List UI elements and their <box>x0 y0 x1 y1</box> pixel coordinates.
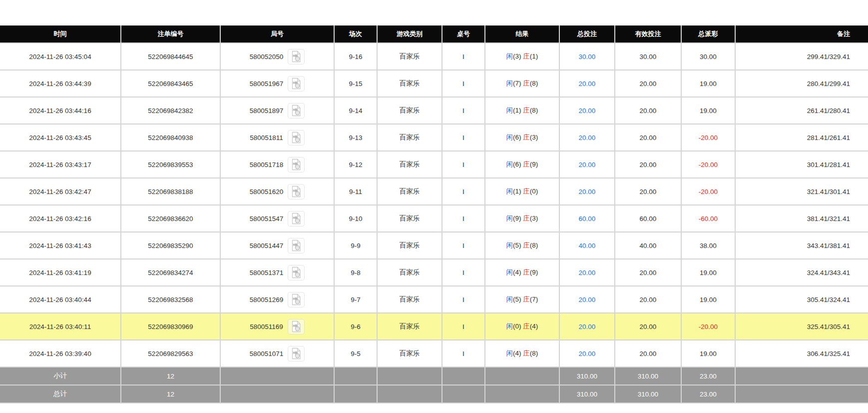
cell-session: 9-5 <box>334 340 377 367</box>
round-number: 580051811 <box>250 134 283 142</box>
video-replay-button[interactable] <box>288 319 305 334</box>
summary-total-payout: 23.00 <box>681 385 735 403</box>
cell-valid-bet: 20.00 <box>615 97 681 124</box>
video-replay-button[interactable] <box>288 184 305 200</box>
cell-game-type: 百家乐 <box>377 313 442 340</box>
video-replay-button[interactable] <box>288 157 305 172</box>
cell-round-number: 580051620 <box>220 178 334 205</box>
cell-session: 9-6 <box>334 313 377 340</box>
table-row: 2024-11-26 03:45:04 522069844645 5800520… <box>0 43 868 70</box>
col-header-total-bet: 总投注 <box>559 26 615 43</box>
cell-table-number: I <box>442 70 485 97</box>
col-header-round-number: 局号 <box>220 26 334 43</box>
video-replay-button[interactable] <box>288 346 305 362</box>
summary-empty-session <box>334 385 377 403</box>
cell-table-number: I <box>442 259 485 286</box>
cell-time: 2024-11-26 03:41:19 <box>0 259 121 286</box>
video-replay-button[interactable] <box>288 76 305 92</box>
round-number: 580051071 <box>250 350 284 358</box>
result-player-points: (5) <box>513 242 521 249</box>
summary-row: 小计 12 310.00 310.00 23.00 <box>0 367 868 385</box>
cell-time: 2024-11-26 03:45:04 <box>0 43 121 70</box>
table-row: 2024-11-26 03:43:45 522069840938 5800518… <box>0 124 868 151</box>
round-number: 580051371 <box>250 269 284 276</box>
result-player-label: 闲 <box>506 242 513 249</box>
cell-remark: 261.41/280.41 <box>735 97 868 124</box>
result-player-label: 闲 <box>506 296 513 303</box>
cell-bet-number: 522069830969 <box>121 313 220 340</box>
video-replay-button[interactable] <box>288 292 305 308</box>
cell-total-bet: 20.00 <box>559 259 615 286</box>
cell-table-number: I <box>442 151 485 178</box>
cell-total-payout: -20.00 <box>681 151 735 178</box>
cell-bet-number: 522069839553 <box>121 151 220 178</box>
video-replay-button[interactable] <box>288 130 305 146</box>
cell-round-number: 580051447 <box>220 232 334 259</box>
result-banker-label: 庄 <box>523 188 530 195</box>
round-number: 580051718 <box>250 161 284 168</box>
cell-remark: 305.41/324.41 <box>735 286 868 313</box>
summary-count: 12 <box>121 385 220 403</box>
result-player-points: (4) <box>513 268 521 276</box>
cell-valid-bet: 20.00 <box>615 340 681 367</box>
video-replay-button[interactable] <box>288 211 305 226</box>
cell-remark: 343.41/381.41 <box>735 232 868 259</box>
video-file-icon <box>290 50 302 62</box>
cell-round-number: 580051547 <box>220 205 334 232</box>
video-file-icon <box>290 240 302 252</box>
video-file-icon <box>290 104 302 116</box>
cell-valid-bet: 30.00 <box>615 43 681 70</box>
video-replay-button[interactable] <box>288 238 305 254</box>
cell-result: 闲(6) 庄(3) <box>485 124 559 151</box>
result-banker-label: 庄 <box>523 350 530 357</box>
result-banker-label: 庄 <box>523 134 530 141</box>
video-replay-button[interactable] <box>288 265 305 280</box>
cell-valid-bet: 20.00 <box>615 313 681 340</box>
cell-total-payout: 19.00 <box>681 259 735 286</box>
cell-remark: 325.41/305.41 <box>735 313 868 340</box>
cell-valid-bet: 20.00 <box>615 178 681 205</box>
cell-total-bet: 20.00 <box>559 340 615 367</box>
result-banker-points: (3) <box>530 134 538 141</box>
summary-empty-remark <box>735 367 868 385</box>
cell-bet-number: 522069832568 <box>121 286 220 313</box>
round-number: 580051620 <box>250 188 284 196</box>
cell-total-bet: 20.00 <box>559 178 615 205</box>
result-player-points: (4) <box>513 350 521 357</box>
table-row: 2024-11-26 03:43:17 522069839553 5800517… <box>0 151 868 178</box>
cell-game-type: 百家乐 <box>377 151 442 178</box>
cell-session: 9-11 <box>334 178 377 205</box>
cell-valid-bet: 40.00 <box>615 232 681 259</box>
table-row: 2024-11-26 03:40:11 522069830969 5800511… <box>0 313 868 340</box>
cell-session: 9-14 <box>334 97 377 124</box>
cell-remark: 321.41/301.41 <box>735 178 868 205</box>
table-row: 2024-11-26 03:41:43 522069835290 5800514… <box>0 232 868 259</box>
cell-time: 2024-11-26 03:41:43 <box>0 232 121 259</box>
cell-session: 9-10 <box>334 205 377 232</box>
result-player-label: 闲 <box>506 52 513 60</box>
cell-valid-bet: 20.00 <box>615 124 681 151</box>
round-number: 580051169 <box>250 323 283 330</box>
result-player-label: 闲 <box>506 322 513 330</box>
summary-row: 总计 12 310.00 310.00 23.00 <box>0 385 868 403</box>
cell-time: 2024-11-26 03:43:45 <box>0 124 121 151</box>
cell-game-type: 百家乐 <box>377 124 442 151</box>
cell-total-payout: 30.00 <box>681 43 735 70</box>
cell-round-number: 580051897 <box>220 97 334 124</box>
result-player-points: (0) <box>513 322 521 330</box>
video-replay-button[interactable] <box>288 49 305 64</box>
cell-round-number: 580051371 <box>220 259 334 286</box>
cell-game-type: 百家乐 <box>377 178 442 205</box>
cell-valid-bet: 60.00 <box>615 205 681 232</box>
result-player-points: (9) <box>513 214 521 222</box>
video-replay-button[interactable] <box>288 103 305 118</box>
cell-session: 9-12 <box>334 151 377 178</box>
result-banker-points: (8) <box>530 106 538 114</box>
cell-valid-bet: 20.00 <box>615 70 681 97</box>
cell-result: 闲(6) 庄(9) <box>485 151 559 178</box>
round-number: 580051447 <box>250 242 284 250</box>
cell-time: 2024-11-26 03:40:11 <box>0 313 121 340</box>
video-file-icon <box>290 348 302 360</box>
video-file-icon <box>290 320 302 332</box>
summary-empty-table <box>442 385 485 403</box>
